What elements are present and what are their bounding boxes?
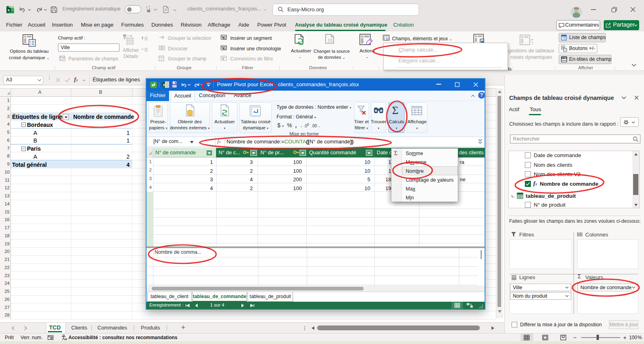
svg-text:x: x (8, 8, 10, 12)
svg-text:7: 7 (161, 58, 163, 61)
svg-text:fx: fx (386, 37, 389, 41)
svg-text:X: X (163, 83, 165, 87)
svg-text:?: ? (530, 37, 533, 46)
